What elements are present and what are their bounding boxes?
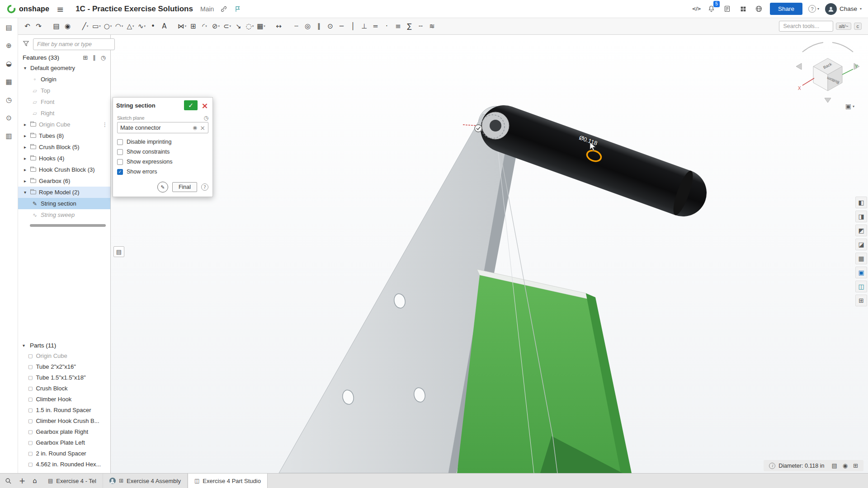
tool-linestyle-button[interactable]: ╌ (415, 19, 426, 33)
part-row-climber-hook[interactable]: ▢Climber Hook (18, 394, 110, 404)
section-panel-button[interactable]: ◨ (855, 211, 867, 222)
mate-connector-icon[interactable]: ◉ (193, 125, 198, 131)
feature-row-origin[interactable]: ◦Origin (18, 74, 110, 85)
chevron-right-icon[interactable]: ▸ (23, 156, 28, 161)
tool-dimension-button[interactable]: ↔ (273, 19, 284, 33)
app-teal-button[interactable]: ◫ (855, 281, 867, 292)
filter-funnel-icon[interactable] (23, 40, 29, 49)
tool-table-button[interactable]: ▦▾ (255, 19, 267, 33)
rotate-left-arrow[interactable] (802, 42, 823, 52)
part-row-tube-2x2x16[interactable]: ▢Tube 2"x2"x16" (18, 361, 110, 372)
user-menu[interactable]: Chase ▾ (825, 4, 862, 14)
featurescript-icon[interactable]: </> (692, 6, 700, 12)
final-button[interactable]: Final (172, 182, 197, 192)
tool-midpoint-button[interactable]: · (381, 19, 392, 33)
tool-project-button[interactable]: ↘ (233, 19, 244, 33)
pennant-icon[interactable] (233, 4, 243, 14)
checkbox-show-constraints[interactable]: Show constraints (117, 147, 208, 157)
checkbox-show-errors[interactable]: ✓Show errors (117, 167, 208, 177)
feature-row-right-plane[interactable]: ▱Right (18, 108, 110, 119)
checkbox-box[interactable]: ✓ (117, 169, 123, 175)
grid-settings-icon[interactable]: ⊞ (853, 462, 858, 469)
tool-parallel-button[interactable]: ∥ (313, 19, 325, 33)
notifications-bell-icon[interactable]: 5 (707, 4, 717, 14)
tool-linear-pattern-button[interactable]: ⊞ (188, 19, 199, 33)
part-row-origin-cube[interactable]: ▢Origin Cube (18, 350, 110, 361)
tool-arc-button[interactable]: ◠▾ (113, 19, 125, 33)
tool-construction-button[interactable]: ┄ (291, 19, 302, 33)
tab-exercise-4-tel[interactable]: ▤ Exercise 4 - Tel (42, 474, 103, 488)
context-menu-icon[interactable]: ⋮ (102, 122, 108, 128)
tables-icon[interactable]: ▥ (3, 130, 15, 142)
tab-search-button[interactable] (0, 474, 16, 488)
rollback-bar[interactable] (30, 224, 106, 227)
tool-tangent-button[interactable]: ⊙ (325, 19, 336, 33)
more-panels-button[interactable]: ⊞ (855, 295, 867, 306)
feature-row-hook-crush-block-folder[interactable]: ▸Hook Crush Block (3) (18, 164, 110, 175)
tool-circle-button[interactable]: ○▾ (102, 19, 113, 33)
search-icon[interactable]: ⊙ (3, 112, 15, 124)
part-green-block[interactable] (457, 269, 632, 473)
feature-row-top-plane[interactable]: ▱Top (18, 85, 110, 96)
dialog-help-icon[interactable]: ? (201, 183, 208, 191)
part-row-round-spacer-2[interactable]: ▢2 in. Round Spacer (18, 448, 110, 459)
feature-row-front-plane[interactable]: ▱Front (18, 96, 110, 108)
tool-fillet-button[interactable]: ◜▾ (199, 19, 210, 33)
tool-polygon-button[interactable]: △▾ (125, 19, 136, 33)
part-row-gearbox-plate-left[interactable]: ▢Gearbox Plate Left (18, 437, 110, 448)
tool-circular-pattern-button[interactable]: ◌▾ (244, 19, 255, 33)
chevron-down-icon[interactable]: ▾ (23, 190, 28, 195)
insert-icon[interactable]: ⊕ (3, 40, 15, 52)
feature-filter-input[interactable] (33, 38, 115, 50)
feature-row-crush-block-folder[interactable]: ▸Crush Block (5) (18, 141, 110, 153)
tool-rectangle-button[interactable]: ▭▾ (91, 19, 102, 33)
tool-mirror-button[interactable]: ⋈▾ (176, 19, 188, 33)
chevron-right-icon[interactable]: ▸ (23, 178, 28, 183)
tool-trim-button[interactable]: ⊘▾ (210, 19, 222, 33)
chevron-right-icon[interactable]: ▸ (23, 122, 28, 127)
chevron-down-icon[interactable]: ▾ (23, 66, 28, 70)
commit-button[interactable]: ✓ (184, 100, 198, 110)
tool-text-button[interactable]: A (159, 19, 170, 33)
part-row-tube-15x15x18[interactable]: ▢Tube 1.5"x1.5"x18" (18, 372, 110, 383)
tool-spline-button[interactable]: ∿▾ (136, 19, 147, 33)
chevron-right-icon[interactable]: ▸ (23, 145, 28, 150)
feature-row-tubes-folder[interactable]: ▸Tubes (8) (18, 130, 110, 141)
view-cube-arrow-down[interactable] (825, 98, 831, 103)
view-cube[interactable]: Back Bottom X Y (796, 42, 859, 103)
part-row-round-spacer-15[interactable]: ▢1.5 in. Round Spacer (18, 404, 110, 415)
feature-row-origin-cube-folder[interactable]: ▸Origin Cube⋮ (18, 119, 110, 130)
share-button[interactable]: Share (770, 3, 802, 15)
tab-exercise-4-assembly[interactable]: ⊞ Exercise 4 Assembly (103, 474, 188, 488)
feature-row-gearbox-folder[interactable]: ▸Gearbox (6) (18, 175, 110, 187)
undo-button[interactable]: ↶ (22, 19, 33, 33)
bom-panel-button[interactable]: ▦ (855, 253, 867, 264)
panels-icon[interactable]: ▤ (3, 22, 15, 33)
cancel-button[interactable]: × (200, 100, 209, 110)
versions-icon[interactable]: ◷ (3, 94, 15, 106)
feature-row-rope-model-folder[interactable]: ▾Rope Model (2) (18, 187, 110, 198)
display-panel-button[interactable]: ◪ (855, 239, 867, 250)
help-button[interactable]: ? ▾ (808, 4, 819, 14)
app-blue-button[interactable]: ▣ (855, 267, 867, 278)
graphics-viewport[interactable]: Ø0.118 Back Bottom X Y (111, 35, 868, 473)
clock-icon[interactable]: ◷ (204, 115, 208, 121)
tool-point-button[interactable]: • (147, 19, 159, 33)
part-row-crush-block[interactable]: ▢Crush Block (18, 383, 110, 394)
tool-perpendicular-button[interactable]: ⊥ (359, 19, 370, 33)
feature-row-default-geometry[interactable]: ▾Default geometry (18, 62, 110, 74)
sketch-plane-field[interactable]: Mate connector ◉ × (117, 122, 208, 133)
view-settings-button[interactable]: ▣ ▾ (845, 103, 854, 110)
tool-concentric-button[interactable]: ◎ (302, 19, 313, 33)
new-folder-icon[interactable]: ⊞ (83, 54, 88, 61)
comments-icon[interactable]: ◒ (3, 58, 15, 70)
units-icon[interactable]: ◉ (843, 462, 848, 469)
part-row-gearbox-plate-right[interactable]: ▢Gearbox plate Right (18, 426, 110, 437)
tool-equal-button[interactable]: = (370, 19, 381, 33)
checkbox-show-expressions[interactable]: Show expressions (117, 157, 208, 167)
checkbox-box[interactable] (117, 139, 123, 145)
feature-row-hooks-folder[interactable]: ▸Hooks (4) (18, 153, 110, 164)
tool-appearance-button[interactable]: ◉ (62, 19, 73, 33)
tool-inspect-button[interactable]: ▤ (51, 19, 62, 33)
rotate-right-arrow[interactable] (832, 42, 853, 52)
